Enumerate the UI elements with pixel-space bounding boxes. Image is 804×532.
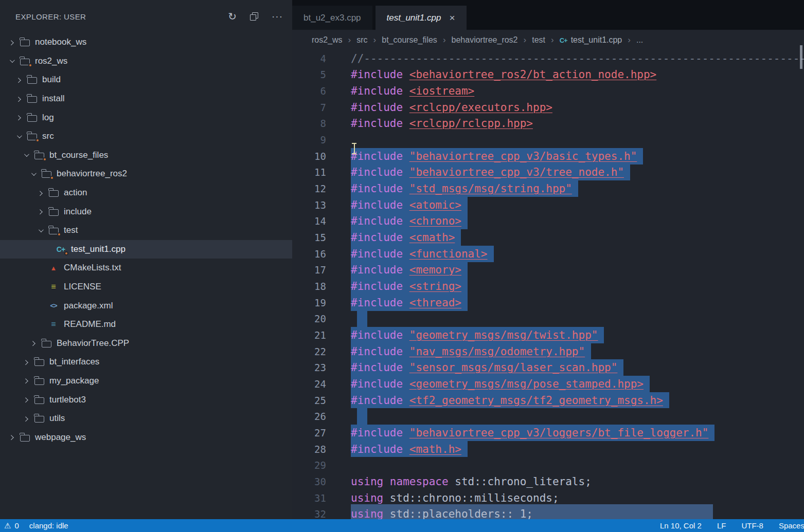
tree-item-action[interactable]: action: [0, 184, 292, 203]
more-actions-icon[interactable]: ···: [272, 11, 283, 22]
line-number[interactable]: 11: [292, 167, 340, 178]
tree-item-package.xml[interactable]: <>package.xml: [0, 296, 292, 315]
code-line-22[interactable]: 22#include "nav_msgs/msg/odometry.hpp": [292, 343, 804, 360]
problems-indicator[interactable]: ⚠ 0: [4, 521, 19, 530]
breadcrumb-item-test[interactable]: test: [532, 35, 545, 45]
line-number[interactable]: 32: [292, 508, 340, 519]
line-number[interactable]: 14: [292, 215, 340, 227]
chevron-right-icon[interactable]: [6, 41, 16, 44]
open-editors-icon[interactable]: [250, 12, 258, 21]
line-number[interactable]: 19: [292, 297, 340, 308]
tree-item-bt_interfaces[interactable]: bt_interfaces: [0, 353, 292, 372]
tree-item-build[interactable]: build: [0, 70, 292, 89]
chevron-right-icon[interactable]: [13, 78, 24, 82]
line-number[interactable]: 21: [292, 329, 340, 341]
line-number[interactable]: 5: [292, 69, 340, 80]
code-line-5[interactable]: 5#include <behaviortree_ros2/bt_action_n…: [292, 67, 804, 83]
chevron-down-icon[interactable]: [21, 153, 31, 157]
code-line-21[interactable]: 21#include "geometry_msgs/msg/twist.hpp": [292, 327, 804, 343]
code-line-18[interactable]: 18#include <string>: [292, 278, 804, 295]
chevron-right-icon[interactable]: [13, 116, 24, 119]
chevron-right-icon[interactable]: [13, 97, 24, 101]
code-line-32[interactable]: 32using std::placeholders::_1;: [292, 506, 804, 519]
line-number[interactable]: 10: [292, 151, 340, 162]
line-number[interactable]: 31: [292, 492, 340, 504]
code-line-28[interactable]: 28#include <math.h>: [292, 441, 804, 457]
line-number[interactable]: 30: [292, 476, 340, 487]
chevron-right-icon[interactable]: [35, 210, 45, 213]
code-line-8[interactable]: 8#include <rclcpp/rclcpp.hpp>: [292, 116, 804, 132]
language-server-status[interactable]: clangd: idle: [29, 521, 68, 530]
line-number[interactable]: 20: [292, 313, 340, 324]
tree-item-bt_course_files[interactable]: bt_course_files: [0, 146, 292, 165]
line-number[interactable]: 25: [292, 395, 340, 406]
code-line-29[interactable]: 29: [292, 457, 804, 473]
line-number[interactable]: 27: [292, 427, 340, 438]
tree-item-include[interactable]: include: [0, 202, 292, 221]
tree-item-log[interactable]: log: [0, 108, 292, 127]
tree-item-utils[interactable]: utils: [0, 409, 292, 428]
line-number[interactable]: 24: [292, 378, 340, 390]
chevron-right-icon[interactable]: [21, 379, 31, 382]
line-number[interactable]: 7: [292, 102, 340, 113]
tab-bt_u2_ex3-cpp[interactable]: bt_u2_ex3.cpp: [292, 6, 372, 30]
refresh-icon[interactable]: ↻: [228, 10, 237, 23]
chevron-down-icon[interactable]: [35, 229, 45, 232]
code-line-27[interactable]: 27#include "behaviortree_cpp_v3/loggers/…: [292, 425, 804, 441]
tab-test_unit1-cpp[interactable]: test_unit1.cpp ×: [376, 6, 467, 30]
line-number[interactable]: 29: [292, 460, 340, 471]
breadcrumb-item-bt_course_files[interactable]: bt_course_files: [382, 35, 437, 45]
code-line-31[interactable]: 31using std::chrono::milliseconds;: [292, 490, 804, 506]
tree-item-install[interactable]: install: [0, 89, 292, 108]
tree-item-src[interactable]: src: [0, 127, 292, 146]
code-line-26[interactable]: 26: [292, 408, 804, 425]
chevron-down-icon[interactable]: [6, 59, 16, 63]
chevron-right-icon[interactable]: [21, 417, 31, 420]
code-line-19[interactable]: 19#include <thread>: [292, 295, 804, 311]
tree-item-test[interactable]: test: [0, 221, 292, 240]
vertical-scrollbar[interactable]: [800, 45, 802, 69]
tree-item-turtlebot3[interactable]: turtlebot3: [0, 390, 292, 409]
code-line-15[interactable]: 15#include <cmath>: [292, 229, 804, 246]
tree-item-notebook_ws[interactable]: notebook_ws: [0, 33, 292, 52]
line-number[interactable]: 12: [292, 183, 340, 194]
tree-item-LICENSE[interactable]: ≡LICENSE: [0, 278, 292, 297]
chevron-right-icon[interactable]: [21, 398, 31, 401]
code-line-14[interactable]: 14#include <chrono>: [292, 213, 804, 230]
indentation-indicator[interactable]: Spaces: [779, 521, 804, 530]
code-line-7[interactable]: 7#include <rclcpp/executors.hpp>: [292, 99, 804, 116]
code-line-11[interactable]: 11#include "behaviortree_cpp_v3/tree_nod…: [292, 164, 804, 181]
line-number[interactable]: 17: [292, 264, 340, 276]
code-line-24[interactable]: 24#include <geometry_msgs/msg/pose_stamp…: [292, 376, 804, 392]
line-number[interactable]: 26: [292, 411, 340, 422]
code-line-12[interactable]: 12#include "std_msgs/msg/string.hpp": [292, 180, 804, 197]
close-icon[interactable]: ×: [449, 12, 455, 24]
code-line-30[interactable]: 30using namespace std::chrono_literals;: [292, 473, 804, 490]
tree-item-BehaviorTree.CPP[interactable]: BehaviorTree.CPP: [0, 334, 292, 353]
chevron-down-icon[interactable]: [13, 135, 24, 138]
tree-item-README.md[interactable]: ≡README.md: [0, 315, 292, 334]
line-number[interactable]: 6: [292, 85, 340, 97]
tree-item-ros2_ws[interactable]: ros2_ws: [0, 52, 292, 71]
line-number[interactable]: 4: [292, 53, 340, 64]
line-number[interactable]: 28: [292, 444, 340, 455]
code-line-6[interactable]: 6#include <iostream>: [292, 83, 804, 99]
tree-item-test_unit1.cpp[interactable]: C+test_unit1.cpp: [0, 240, 292, 259]
line-number[interactable]: 15: [292, 232, 340, 243]
code-line-10[interactable]: 10#include "behaviortree_cpp_v3/basic_ty…: [292, 148, 804, 164]
line-number[interactable]: 13: [292, 199, 340, 211]
cursor-position[interactable]: Ln 10, Col 2: [660, 521, 702, 530]
code-line-13[interactable]: 13#include <atomic>: [292, 197, 804, 213]
code-line-9[interactable]: 9: [292, 132, 804, 148]
tree-item-webpage_ws[interactable]: webpage_ws: [0, 428, 292, 447]
line-number[interactable]: 16: [292, 248, 340, 260]
chevron-right-icon[interactable]: [6, 435, 16, 439]
code-line-16[interactable]: 16#include <functional>: [292, 246, 804, 262]
chevron-right-icon[interactable]: [21, 360, 31, 364]
chevron-right-icon[interactable]: [28, 341, 38, 345]
tree-item-CMakeLists.txt[interactable]: ▲CMakeLists.txt: [0, 259, 292, 278]
code-line-20[interactable]: 20: [292, 311, 804, 327]
line-number[interactable]: 8: [292, 118, 340, 129]
breadcrumb-more[interactable]: ...: [636, 35, 643, 45]
breadcrumb-item-behaviortree_ros2[interactable]: behaviortree_ros2: [452, 35, 518, 45]
